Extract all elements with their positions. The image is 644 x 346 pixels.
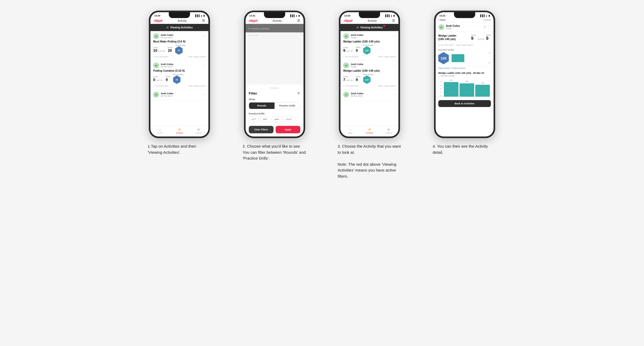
activities-icon-3: ⚡: [367, 127, 372, 131]
drill-ott[interactable]: OTT: [249, 117, 259, 122]
drill-arg[interactable]: ARG: [272, 117, 282, 122]
activity-card-3-3[interactable]: JC Josh Coles 28 Feb 2023 ···: [340, 89, 398, 101]
user-row-1: JC Josh Coles 28 Feb 2023: [153, 33, 173, 39]
score-group-2: Score 0 OUT OF: [153, 76, 163, 82]
nav-title-3: Activity: [368, 19, 377, 22]
detail-bar-3: 124: [475, 85, 490, 97]
sq-label-3-2: Shot Quality: [363, 74, 373, 75]
user-name-3-1: Josh Coles: [351, 34, 363, 36]
card-footer-3-1: ⊙ Test Information Data: Clippd Capture: [343, 56, 396, 58]
chart-right-label: APP: [488, 62, 491, 64]
card-menu-3-2[interactable]: ···: [393, 63, 396, 67]
close-icon[interactable]: ✕: [297, 91, 300, 95]
nav-capture-3[interactable]: ⊕ Capture: [379, 127, 399, 134]
detail-nav: < Back Cancel: [436, 18, 494, 23]
card-stats-3-2: Score 7 OUT OF Shots 9: [343, 74, 396, 84]
banner-text-1: Viewing Activities: [170, 26, 193, 29]
avatar-3-2: JC: [343, 62, 349, 68]
detail-action-icons: ✎ ⛶: [483, 25, 491, 29]
time-4: 13:21: [439, 14, 445, 17]
shots-val-2: 9: [166, 78, 170, 82]
test-info-4: ⊙ Test Information Data: Clippd Capture: [436, 43, 494, 47]
activity-card-3-2[interactable]: JC Josh Coles Today ··· Wedge Ladder (10…: [340, 60, 398, 89]
shots-group-2: Shots 9: [166, 76, 170, 82]
nav-capture-1[interactable]: ⊕ Capture: [189, 127, 209, 134]
menu-icon-2[interactable]: ☰: [297, 19, 300, 23]
card-menu-2[interactable]: ···: [203, 63, 206, 67]
apply-button[interactable]: Apply: [276, 126, 300, 133]
detail-drill-col: Wedge Ladder(100–140 yds): [438, 34, 468, 41]
score-group-1: Score 10 OUT OF: [153, 46, 165, 53]
viewing-banner-1[interactable]: ⚙ Viewing Activities: [150, 24, 208, 31]
practice-drills-toggle[interactable]: Practice Drills: [275, 102, 300, 109]
outof-3-1: OUT OF: [346, 50, 353, 52]
detail-header: JC Josh Coles Today ✎ ⛶: [436, 23, 494, 32]
phone-notch-1: [169, 12, 190, 18]
card-menu-1[interactable]: ···: [203, 34, 206, 38]
status-icons-3: ▐▐▐ ▲ ▮: [384, 14, 395, 17]
card-menu-3[interactable]: ···: [203, 93, 206, 96]
activity-card-2[interactable]: JC Josh Coles 28 Feb 2023 ··· Putting Co…: [150, 60, 208, 89]
detail-avatar-inner: JC: [438, 24, 444, 30]
expand-icon[interactable]: ⛶: [488, 25, 491, 29]
viewing-banner-3[interactable]: ⚙ Viewing Activities: [340, 24, 398, 31]
y-label-100: 100: [440, 88, 442, 89]
sq-badge-2: 45: [173, 75, 180, 84]
menu-icon-1[interactable]: ☰: [202, 19, 205, 23]
edit-icon[interactable]: ✎: [483, 25, 486, 29]
phone-4: 13:21 ▐▐▐ ▲ ▮ < Back Cancel JC: [434, 11, 495, 138]
score-big-4: 9: [471, 36, 473, 41]
card-footer-3-2: ⊙ Test Information Data: Clippd Capture: [343, 85, 396, 87]
activity-card-1[interactable]: JC Josh Coles 28 Feb 2023 ··· Must Make …: [150, 31, 208, 60]
nav-activities-3[interactable]: ⚡ Activities: [360, 127, 379, 134]
back-button[interactable]: < Back: [438, 19, 446, 21]
step-4-col: 13:21 ▐▐▐ ▲ ▮ < Back Cancel JC: [421, 11, 508, 155]
clear-filters-button[interactable]: Clear Filters: [249, 126, 273, 133]
card-header-3-2: JC Josh Coles Today ···: [343, 62, 396, 68]
player-activity-link[interactable]: Practice Session: [452, 67, 465, 69]
modal-handle: [270, 88, 279, 88]
app-logo-1: clippd: [154, 19, 162, 23]
sq-display: 130 130 APP: [438, 52, 491, 64]
bottom-nav-1: ⌂ Home ⚡ Activities ⊕ Capture: [150, 126, 208, 136]
card-stats-1: Score 10 OUT OF Shots 20: [153, 44, 206, 55]
shots-label-3-2: Shots: [356, 76, 360, 78]
nav-home-3[interactable]: ⌂ Home: [340, 127, 360, 134]
nav-title-2: Activity: [273, 19, 282, 22]
drill-detail-section: Wedge Ladder (100–140 yds) - 06 Mar 23 ↔…: [436, 70, 494, 99]
nav-home-1[interactable]: ⌂ Home: [150, 127, 170, 134]
activity-card-3-1[interactable]: JC Josh Coles Today ··· Wedge Ladder (10…: [340, 31, 398, 60]
avatar-2: JC: [153, 62, 159, 68]
avatar-inner-3-2: JC: [343, 62, 349, 68]
nav-title-1: Activity: [178, 19, 187, 22]
card-menu-3-3[interactable]: ···: [393, 93, 396, 96]
phone-2: 13:21 ▐▐▐ ▲ ▮ clippd Activity ☰ ⚙ V: [244, 11, 305, 138]
app-nav-1: clippd Activity ☰: [150, 18, 208, 24]
score-group-3-1: Score 9 OUT OF: [343, 46, 353, 53]
sq-label-2: Shot Quality: [173, 74, 183, 75]
menu-icon-3[interactable]: ☰: [392, 19, 395, 23]
user-date-3-3: 28 Feb 2023: [351, 95, 363, 97]
score-val-1: 10: [153, 48, 157, 53]
wifi-icon-1: ▲: [200, 14, 203, 17]
app-logo-3: clippd: [344, 19, 352, 23]
drill-app[interactable]: APP: [260, 117, 270, 122]
modal-actions: Clear Filters Apply: [249, 126, 300, 133]
phone-notch-2: [264, 12, 285, 18]
outof-4: OUT OF: [478, 38, 485, 40]
sq-section: Avg Shot Quality 130 130: [436, 47, 494, 66]
card-menu-3-1[interactable]: ···: [393, 34, 396, 38]
back-activities-button[interactable]: Back to Activities: [438, 100, 491, 107]
activity-card-3[interactable]: JC Josh Coles 28 Feb 2023 ···: [150, 89, 208, 101]
user-name-3: Josh Coles: [161, 92, 173, 95]
cancel-button[interactable]: Cancel: [483, 19, 491, 21]
blurred-banner-text: ⚙ Viewing Activities: [248, 27, 269, 30]
drill-putt[interactable]: PUTT: [283, 117, 295, 122]
card-stats-2: Score 0 OUT OF Shots 9: [153, 74, 206, 84]
screen2-bg: ⚙ Viewing Activities Josh Coles Filter ✕…: [246, 24, 304, 136]
rounds-toggle[interactable]: Rounds: [249, 102, 275, 109]
score-label-3-2: Score: [343, 76, 353, 78]
nav-activities-1[interactable]: ⚡ Activities: [170, 127, 189, 134]
player-activity-row: Player Activity › Practice Session: [436, 66, 494, 70]
drill-type-group: OTT APP ARG PUTT: [249, 117, 300, 122]
